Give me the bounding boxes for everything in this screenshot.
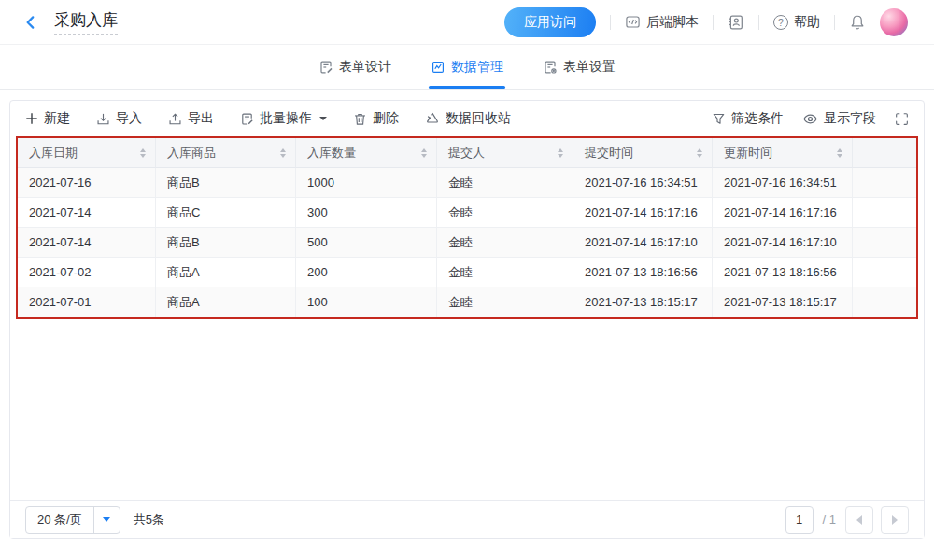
- contacts-button[interactable]: [728, 14, 744, 31]
- tab-label: 表单设置: [563, 59, 616, 76]
- sort-icon[interactable]: [697, 148, 702, 158]
- caret-down-icon: [319, 117, 327, 120]
- eye-icon: [802, 111, 818, 127]
- user-avatar[interactable]: [880, 8, 908, 36]
- cell-inbound-date: 2021-07-14: [18, 228, 156, 258]
- cell-inbound-date: 2021-07-14: [18, 198, 156, 228]
- trash-icon: [353, 112, 367, 126]
- chart-icon: [431, 60, 446, 75]
- cell-inbound-product: 商品A: [156, 258, 296, 287]
- filter-button[interactable]: 筛选条件: [712, 110, 784, 127]
- top-bar: 采购入库 应用访问 后端脚本 ? 帮助: [0, 0, 934, 45]
- column-header-inbound-quantity[interactable]: 入库数量: [296, 138, 437, 168]
- app-access-button[interactable]: 应用访问: [504, 7, 596, 37]
- cell-empty: [853, 287, 916, 317]
- new-record-label: 新建: [44, 110, 70, 127]
- total-pages-label: / 1: [823, 512, 836, 526]
- cell-inbound-quantity: 300: [296, 198, 437, 228]
- tab-label: 表单设计: [339, 59, 391, 76]
- tab-form-design[interactable]: 表单设计: [318, 45, 391, 89]
- column-label: 提交时间: [585, 145, 633, 161]
- column-label: 入库商品: [167, 145, 216, 161]
- next-page-button[interactable]: [881, 506, 909, 534]
- table-row[interactable]: 2021-07-16 商品B 1000 金睦 2021-07-16 16:34:…: [18, 168, 916, 198]
- recycle-bin-button[interactable]: 数据回收站: [425, 110, 511, 127]
- data-panel: 新建 导入 导出 批量操作 删除: [9, 100, 925, 539]
- tab-bar: 表单设计 数据管理 表单设置: [0, 45, 934, 90]
- divider: [834, 15, 835, 30]
- cell-update-time: 2021-07-14 16:17:16: [713, 198, 853, 228]
- cell-submitter: 金睦: [437, 228, 573, 258]
- pagination-bar: 20 条/页 共5条 1 / 1: [10, 500, 924, 538]
- form-pencil-icon: [240, 112, 254, 126]
- help-button[interactable]: ? 帮助: [773, 14, 820, 31]
- sort-icon[interactable]: [558, 148, 563, 158]
- sort-icon[interactable]: [280, 148, 286, 158]
- plus-icon: [25, 112, 38, 125]
- table-row[interactable]: 2021-07-14 商品B 500 金睦 2021-07-14 16:17:1…: [18, 228, 916, 258]
- table-row[interactable]: 2021-07-02 商品A 200 金睦 2021-07-13 18:16:5…: [18, 258, 916, 287]
- export-button[interactable]: 导出: [168, 110, 214, 127]
- column-header-empty: [853, 138, 916, 168]
- help-label: 帮助: [794, 14, 820, 31]
- prev-page-button[interactable]: [845, 506, 873, 534]
- tab-data-management[interactable]: 数据管理: [431, 45, 503, 89]
- batch-operations-button[interactable]: 批量操作: [240, 110, 327, 127]
- table-row[interactable]: 2021-07-01 商品A 100 金睦 2021-07-13 18:15:1…: [18, 287, 916, 317]
- form-gear-icon: [543, 60, 558, 75]
- divider: [758, 15, 759, 30]
- cell-inbound-date: 2021-07-02: [18, 258, 156, 287]
- cell-submitter: 金睦: [437, 168, 573, 198]
- cell-submit-time: 2021-07-13 18:15:17: [573, 287, 713, 317]
- cell-empty: [853, 228, 916, 258]
- column-label: 提交人: [448, 145, 485, 161]
- code-icon: [625, 14, 641, 30]
- page-title[interactable]: 采购入库: [54, 9, 118, 35]
- cell-submit-time: 2021-07-14 16:17:10: [573, 228, 713, 258]
- notifications-button[interactable]: [849, 14, 866, 31]
- cell-inbound-product: 商品C: [156, 198, 296, 228]
- export-icon: [168, 112, 182, 126]
- delete-label: 删除: [373, 110, 399, 127]
- fullscreen-icon: [895, 112, 909, 126]
- cell-submitter: 金睦: [437, 258, 573, 287]
- data-table-highlighted-region: 入库日期 入库商品 入库数量 提交人 提交时间 更新时间: [16, 136, 918, 319]
- import-icon: [96, 112, 110, 126]
- topbar-actions: 应用访问 后端脚本 ? 帮助: [504, 7, 908, 37]
- column-header-submitter[interactable]: 提交人: [437, 138, 573, 168]
- backend-script-button[interactable]: 后端脚本: [625, 14, 699, 31]
- cell-update-time: 2021-07-13 18:16:56: [713, 258, 853, 287]
- cell-submit-time: 2021-07-14 16:17:16: [573, 198, 713, 228]
- current-page-input[interactable]: 1: [785, 506, 814, 534]
- bell-icon: [849, 14, 866, 31]
- column-label: 更新时间: [724, 145, 772, 161]
- table-toolbar: 新建 导入 导出 批量操作 删除: [10, 101, 924, 136]
- batch-operations-label: 批量操作: [260, 110, 312, 127]
- cell-inbound-quantity: 1000: [296, 168, 437, 198]
- display-fields-label: 显示字段: [824, 110, 876, 127]
- column-label: 入库数量: [307, 145, 356, 161]
- display-fields-button[interactable]: 显示字段: [802, 110, 876, 127]
- tab-form-settings[interactable]: 表单设置: [543, 45, 616, 89]
- cell-empty: [853, 168, 916, 198]
- cell-inbound-quantity: 500: [296, 228, 437, 258]
- arrow-right-icon: [892, 515, 898, 525]
- column-header-inbound-product[interactable]: 入库商品: [156, 138, 296, 168]
- column-header-submit-time[interactable]: 提交时间: [573, 138, 713, 168]
- delete-button[interactable]: 删除: [353, 110, 399, 127]
- table-row[interactable]: 2021-07-14 商品C 300 金睦 2021-07-14 16:17:1…: [18, 198, 916, 228]
- sort-icon[interactable]: [837, 148, 842, 158]
- new-record-button[interactable]: 新建: [25, 110, 70, 127]
- cell-inbound-product: 商品B: [156, 228, 296, 258]
- page-size-select[interactable]: 20 条/页: [25, 506, 120, 534]
- cell-inbound-quantity: 200: [296, 258, 437, 287]
- back-button[interactable]: [22, 14, 39, 31]
- cell-inbound-quantity: 100: [296, 287, 437, 317]
- column-header-update-time[interactable]: 更新时间: [713, 138, 853, 168]
- import-button[interactable]: 导入: [96, 110, 142, 127]
- chevron-left-icon: [22, 14, 39, 31]
- sort-icon[interactable]: [140, 148, 146, 158]
- sort-icon[interactable]: [421, 148, 427, 158]
- fullscreen-button[interactable]: [895, 112, 909, 126]
- column-header-inbound-date[interactable]: 入库日期: [18, 138, 156, 168]
